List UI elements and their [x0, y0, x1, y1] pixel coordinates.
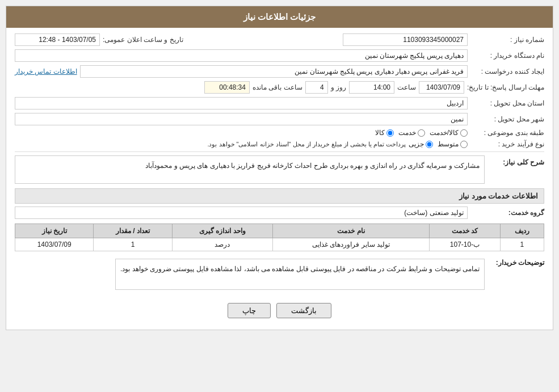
requester-label: ایجاد کننده درخواست : — [470, 68, 544, 75]
radio-partial-input[interactable] — [426, 141, 433, 148]
services-table-section: ردیف کد خدمت نام خدمت واحد اندازه گیری ت… — [15, 224, 544, 251]
table-row: 1ب-10-107تولید سایر فراوردهای غذاییدرصد1… — [15, 238, 544, 251]
need-number-value: 1103093345000027 — [343, 33, 468, 46]
radio-partial: جزیی — [409, 140, 433, 148]
need-description-row: شرح کلی نیاز: مشارکت و سرمایه گذاری در ر… — [15, 155, 544, 184]
category-radio-group: کالا/خدمت خدمت کالا — [375, 129, 468, 137]
page-header: جزئیات اطلاعات نیاز — [6, 6, 553, 28]
buyer-org-value: دهیاری پریس پلکیج شهرستان نمین — [15, 49, 468, 62]
col-header-name: نام خدمت — [272, 224, 429, 238]
remaining-time: 00:48:34 — [204, 81, 250, 94]
deadline-time: 14:00 — [349, 81, 394, 94]
col-header-date: تاریخ نیاز — [15, 224, 94, 238]
radio-goods-service-input[interactable] — [460, 129, 468, 137]
province-row: استان محل تحویل : اردبیل — [15, 97, 544, 109]
button-row: بازگشت چاپ — [15, 297, 544, 324]
days-label: روز و — [331, 83, 346, 91]
service-group-row: گروه خدمت: تولید صنعتی (ساخت) — [15, 206, 544, 219]
radio-service-label: خدمت — [398, 129, 416, 137]
radio-goods-label: کالا — [375, 129, 385, 137]
radio-goods-input[interactable] — [386, 129, 394, 137]
remaining-label: ساعت باقی مانده — [253, 83, 302, 91]
contact-info-link[interactable]: اطلاعات تماس خریدار — [15, 68, 77, 75]
back-button[interactable]: بازگشت — [276, 303, 331, 318]
radio-medium-label: متوسط — [438, 140, 459, 148]
service-group-value: تولید صنعتی (ساخت) — [15, 206, 468, 219]
announce-label: تاریخ و ساعت اعلان عمومی: — [103, 36, 183, 44]
deadline-days: 4 — [305, 81, 328, 94]
table-header-row: ردیف کد خدمت نام خدمت واحد اندازه گیری ت… — [15, 224, 544, 238]
time-label: ساعت — [397, 83, 416, 91]
table-cell: درصد — [172, 238, 272, 251]
category-row: طبقه بندی موضوعی : کالا/خدمت خدمت کالا — [15, 129, 544, 137]
buyer-org-row: نام دستگاه خریدار : دهیاری پریس پلکیج شه… — [15, 49, 544, 62]
deadline-label: مهلت ارسال پاسخ: تا تاریخ: — [467, 83, 544, 91]
table-cell: تولید سایر فراوردهای غذایی — [272, 238, 429, 251]
city-row: شهر محل تحویل : نمین — [15, 113, 544, 125]
radio-goods-service-label: کالا/خدمت — [430, 129, 459, 137]
page-title: جزئیات اطلاعات نیاز — [243, 12, 316, 22]
city-value: نمین — [15, 113, 468, 125]
col-header-code: کد خدمت — [430, 224, 501, 238]
radio-service-input[interactable] — [418, 129, 425, 137]
service-group-label: گروه خدمت: — [470, 209, 544, 217]
page-wrapper: جزئیات اطلاعات نیاز شماره نیاز : 1103093… — [0, 0, 559, 336]
col-header-unit: واحد اندازه گیری — [172, 224, 272, 238]
services-table-body: 1ب-10-107تولید سایر فراوردهای غذاییدرصد1… — [15, 238, 544, 251]
buyer-notes-label: توضیحات خریدار: — [487, 256, 544, 267]
radio-partial-label: جزیی — [409, 140, 424, 148]
category-label: طبقه بندی موضوعی : — [470, 129, 544, 137]
purchase-type-row: نوع فرآیند خرید : متوسط جزیی پرداخت تمام… — [15, 140, 544, 148]
buyer-notes-value: تمامی توضیحات و شرایط شرکت در مناقصه در … — [115, 259, 485, 290]
need-description-value: مشارکت و سرمایه گذاری در راه اندازی و به… — [15, 155, 485, 184]
radio-medium-input[interactable] — [460, 141, 468, 148]
divider-1 — [15, 151, 544, 152]
radio-service: خدمت — [398, 129, 425, 137]
main-container: جزئیات اطلاعات نیاز شماره نیاز : 1103093… — [6, 6, 553, 330]
services-table: ردیف کد خدمت نام خدمت واحد اندازه گیری ت… — [15, 224, 544, 251]
need-number-row: شماره نیاز : 1103093345000027 تاریخ و سا… — [15, 33, 544, 46]
content-area: شماره نیاز : 1103093345000027 تاریخ و سا… — [6, 28, 553, 330]
purchase-type-label: نوع فرآیند خرید : — [470, 140, 544, 148]
purchase-note: پرداخت تمام یا بخشی از مبلغ خریدار از مح… — [207, 141, 406, 148]
col-header-index: ردیف — [500, 224, 544, 238]
purchase-radio-group: متوسط جزیی — [409, 140, 468, 148]
col-header-qty: تعداد / مقدار — [94, 224, 172, 238]
table-cell: 1 — [94, 238, 172, 251]
table-cell: 1 — [500, 238, 544, 251]
announce-value: 1403/07/05 - 12:48 — [15, 33, 100, 46]
province-label: استان محل تحویل : — [470, 99, 544, 107]
radio-goods-service: کالا/خدمت — [430, 129, 468, 137]
requester-row: ایجاد کننده درخواست : فرید غفرانی پریس د… — [15, 65, 544, 78]
city-label: شهر محل تحویل : — [470, 115, 544, 123]
deadline-date: 1403/07/09 — [419, 81, 464, 94]
buyer-org-label: نام دستگاه خریدار : — [470, 52, 544, 60]
services-section-title: اطلاعات خدمات مورد نیاز — [15, 188, 544, 204]
buyer-notes-row: توضیحات خریدار: تمامی توضیحات و شرایط شر… — [15, 256, 544, 293]
table-cell: ب-10-107 — [430, 238, 501, 251]
province-value: اردبیل — [15, 97, 468, 109]
requester-value: فرید غفرانی پریس دهیار دهیاری پریس پلکیج… — [80, 65, 468, 78]
table-cell: 1403/07/09 — [15, 238, 94, 251]
need-description-label: شرح کلی نیاز: — [487, 155, 544, 166]
deadline-row: مهلت ارسال پاسخ: تا تاریخ: 1403/07/09 سا… — [15, 81, 544, 94]
radio-goods: کالا — [375, 129, 394, 137]
radio-medium: متوسط — [438, 140, 468, 148]
print-button[interactable]: چاپ — [228, 303, 271, 318]
need-number-label: شماره نیاز : — [470, 36, 544, 44]
